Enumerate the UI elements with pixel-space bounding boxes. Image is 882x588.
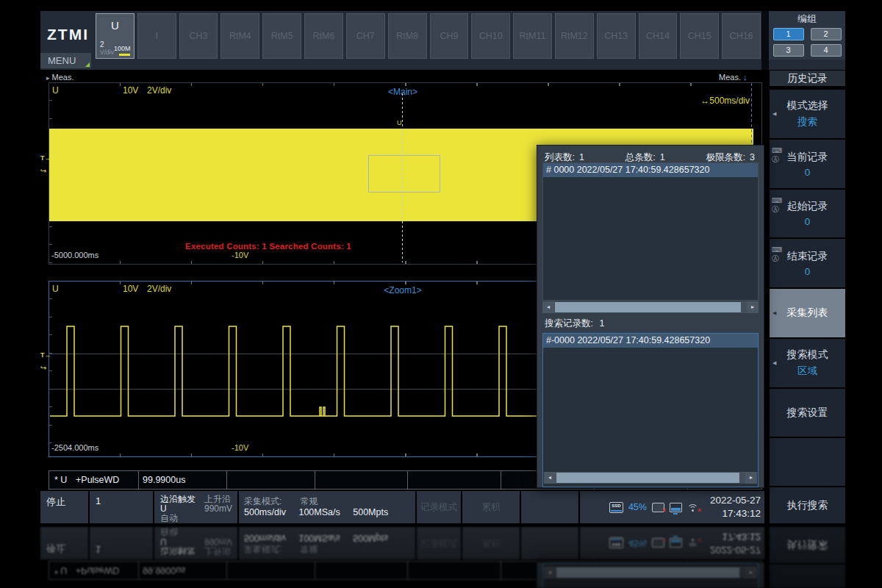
main-window-label: <Main> [377, 87, 429, 97]
dial-a-icon: Ⓐ [772, 205, 782, 213]
search-record-count: 搜索记录数: 1 [545, 318, 604, 330]
acq-mode-label: 采集模式: [244, 496, 282, 506]
status-system-info: SSD 45% ✕ ✕ 2022-05-27 17:43:12 [580, 491, 764, 523]
scroll-thumb[interactable] [555, 302, 741, 312]
channel-tab-rtm5[interactable]: RtM5 [262, 13, 301, 59]
sidebar-item-value: 区域 [797, 365, 817, 378]
scroll-right-button[interactable]: ▸ [747, 301, 759, 313]
meas-tag-left: ▸ Meas. [46, 73, 74, 82]
sidebar-item-label: 结束记录 [787, 250, 828, 263]
channel-tab-rtm12[interactable]: RtM12 [555, 13, 594, 59]
search-list-scrollbar[interactable]: ◂ ▸ [544, 472, 757, 484]
sidebar-item-empty [770, 438, 845, 486]
sidebar-item-current-record[interactable]: ⌨Ⓐ当前记录0 [770, 140, 845, 188]
channel-tab-ch16[interactable]: CH16 [722, 13, 761, 59]
stat-label: 列表数: [545, 152, 575, 162]
record-row[interactable]: # 0000 2022/05/27 17:40:59.428657320 [543, 163, 758, 177]
channel-tab-ch15[interactable]: CH15 [680, 13, 719, 59]
channel-tab-ch7[interactable]: CH7 [346, 13, 385, 59]
sidebar-menu: 历史记录 ◀模式选择搜索⌨Ⓐ当前记录0⌨Ⓐ起始记录0⌨Ⓐ结束记录0◀采集列表◀搜… [770, 11, 845, 523]
menu-button[interactable]: MENU [40, 53, 91, 68]
meas-row-divider [501, 471, 501, 489]
acq-rate-line: 500ms/div 100MSa/s 500Mpts [244, 507, 388, 517]
keyboard-icon: ⌨ [772, 196, 782, 204]
channel-tab-rtm4[interactable]: RtM4 [220, 13, 259, 59]
sidebar-item-start-record[interactable]: ⌨Ⓐ起始记录0 [770, 190, 845, 237]
scroll-left-button[interactable]: ◂ [544, 472, 556, 484]
search-record-list[interactable]: #-0000 2022/05/27 17:40:59.428657320 ◂ ▸ [542, 333, 759, 487]
input-method-icons: ⌨Ⓐ [772, 245, 782, 262]
trigger-level: 990mV [204, 504, 232, 514]
search-count-label: 搜索记录数: [545, 318, 593, 329]
input-method-icons: ⌨Ⓐ [772, 146, 782, 163]
stat-value: 1 [579, 152, 584, 162]
channel-tab-rtm11[interactable]: RtM11 [513, 13, 552, 59]
channel-tab-label: CH13 [598, 31, 635, 41]
scroll-thumb[interactable] [556, 473, 739, 483]
record-row[interactable]: #-0000 2022/05/27 17:40:59.428657320 [543, 334, 758, 348]
input-method-icons: ⌨Ⓐ [772, 196, 782, 213]
sidebar-item-value: 0 [805, 216, 811, 227]
channel-tab-ch10[interactable]: CH10 [471, 13, 510, 59]
channel-tab-i[interactable]: I [137, 13, 176, 59]
channel-tab-label: RtM8 [389, 31, 426, 41]
stat-value: 3 [750, 152, 755, 162]
channel-tab-label: CH7 [347, 31, 384, 41]
acq-sample-rate: 100MSa/s [298, 507, 340, 517]
measure-item: +PulseWD [76, 475, 119, 485]
search-counts-status: Executed Counts: 1 Searched Counts: 1 [185, 242, 351, 251]
usb-disconnected-icon: ✕ [662, 507, 667, 514]
sidebar-item-label: 采集列表 [787, 306, 828, 320]
channel-tab-rtm8[interactable]: RtM8 [388, 13, 427, 59]
left-arrow-icon: ◀ [772, 111, 776, 117]
main-channel-tag: U [52, 85, 59, 96]
sidebar-item-acquire-list[interactable]: ◀采集列表 [770, 289, 845, 337]
scroll-right-button[interactable]: ▸ [745, 472, 757, 484]
meas-right-label: Meas. [719, 73, 741, 82]
sidebar-item-label: 搜索模式 [787, 348, 828, 362]
left-arrow-icon: ◀ [772, 310, 776, 316]
status-acquisition: 采集模式: 常规 500ms/div 100MSa/s 500Mpts [239, 491, 415, 523]
channel-tab-label: CH10 [472, 31, 509, 41]
channel-tab-ch14[interactable]: CH14 [639, 13, 678, 59]
channel-tab-label: CH16 [723, 31, 760, 41]
sidebar-item-end-record[interactable]: ⌨Ⓐ结束记录0 [770, 239, 845, 287]
status-empty-cell [521, 491, 578, 523]
channel-tab-u[interactable]: U 2 V/div 100M [96, 13, 135, 59]
ssd-icon-label: SSD [610, 503, 623, 509]
channel-color-indicator [119, 54, 130, 56]
zoom-left-markers: T→ ↪ [40, 351, 49, 372]
channel-tab-label: RtM12 [556, 31, 593, 41]
scroll-left-button[interactable]: ◂ [542, 301, 554, 313]
channel-tab-label: RtM4 [221, 31, 259, 41]
keyboard-icon: ⌨ [772, 146, 782, 154]
channel-tab-label: RtM5 [263, 31, 301, 41]
channel-tab-ch13[interactable]: CH13 [597, 13, 636, 59]
ssd-icon: SSD [609, 502, 623, 513]
wifi-disconnected-icon: ✕ [697, 507, 702, 514]
sidebar-item-search-settings[interactable]: 搜索设置 [770, 389, 845, 437]
channel-tab-rtm6[interactable]: RtM6 [304, 13, 343, 59]
sidebar-item-mode-select[interactable]: ◀模式选择搜索 [770, 90, 845, 138]
acq-mode-value: 常规 [301, 496, 318, 506]
sidebar-item-label: 当前记录 [787, 151, 828, 164]
channel-tab-label: CH14 [639, 31, 677, 41]
top-bar: ZTMI MENU U 2 V/div 100M [40, 11, 845, 70]
record-list[interactable]: # 0000 2022/05/27 17:40:59.428657320 [542, 162, 759, 301]
acquire-list-panel: 列表数:1总条数:1极限条数:3 # 0000 2022/05/27 17:40… [537, 145, 764, 488]
meas-right-arrow-icon: ↓ [743, 73, 747, 82]
measure-source: * U [54, 475, 67, 485]
sidebar-item-search-mode[interactable]: ◀搜索模式区域 [770, 339, 845, 387]
acq-timebase: 500ms/div [244, 507, 286, 517]
sidebar-item-value: 搜索 [797, 115, 817, 129]
record-list-scrollbar[interactable]: ◂ ▸ [542, 301, 759, 313]
main-left-markers: T→ ↪ [40, 154, 49, 175]
menu-corner-icon [85, 62, 90, 67]
search-region-box[interactable] [368, 155, 440, 193]
meas-row-divider [315, 471, 315, 489]
channel-tab-ch3[interactable]: CH3 [179, 13, 218, 59]
sidebar-item-value: 0 [805, 266, 811, 277]
sidebar-item-execute-search[interactable]: 执行搜索 [770, 487, 845, 523]
channel-tab-ch9[interactable]: CH9 [430, 13, 469, 59]
acq-memory-depth: 500Mpts [353, 507, 388, 517]
